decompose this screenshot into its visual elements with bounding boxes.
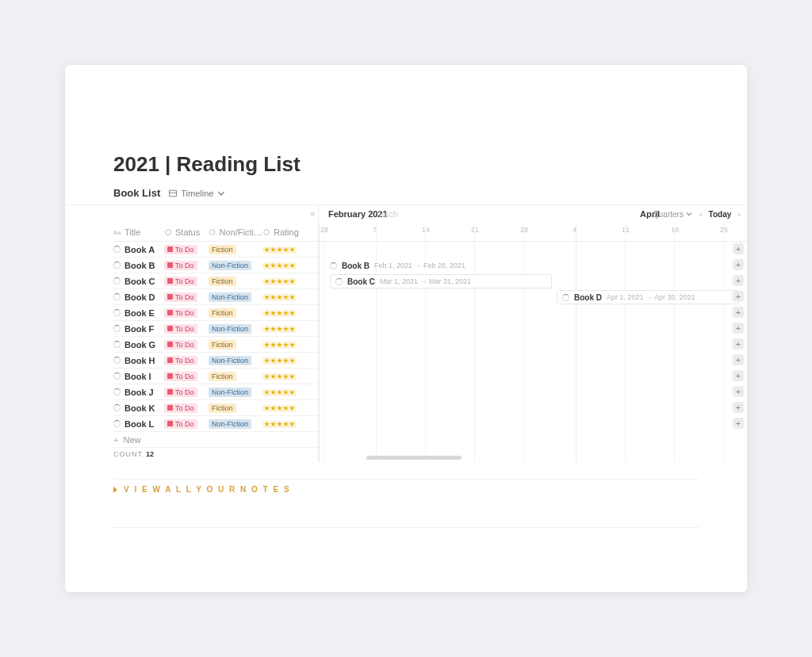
genre-tag: Fiction: [209, 372, 236, 381]
genre-tag: Fiction: [209, 308, 236, 318]
cell-title[interactable]: Book C: [113, 277, 164, 286]
timeline-add-button[interactable]: +: [733, 370, 744, 381]
cell-genre[interactable]: Fiction: [209, 244, 262, 254]
cell-rating[interactable]: [262, 308, 310, 318]
timeline-add-button[interactable]: +: [733, 275, 744, 286]
cell-status[interactable]: To Do: [164, 387, 209, 397]
book-icon: [167, 246, 173, 252]
table-row[interactable]: Book ATo DoFiction: [113, 242, 318, 258]
timeline-day-label: 18: [671, 226, 679, 234]
view-notes-toggle[interactable]: V I E W A L L Y O U R N O T E S: [113, 485, 699, 505]
column-header-title[interactable]: Aa Title: [113, 227, 164, 237]
cell-status[interactable]: To Do: [164, 355, 209, 365]
cell-rating[interactable]: [262, 388, 310, 397]
cell-status[interactable]: To Do: [164, 307, 209, 318]
table-row[interactable]: Book JTo DoNon-Fiction: [113, 384, 318, 400]
timeline-add-button[interactable]: +: [733, 386, 744, 397]
cell-status[interactable]: To Do: [164, 403, 209, 413]
scale-selector[interactable]: Quarters: [653, 210, 693, 219]
cell-rating[interactable]: [262, 292, 310, 302]
view-selector[interactable]: Timeline: [168, 189, 226, 198]
cell-title[interactable]: Book E: [113, 308, 164, 318]
cell-genre[interactable]: Non-Fiction: [209, 260, 262, 270]
genre-tag: Fiction: [209, 277, 236, 286]
cell-genre[interactable]: Non-Fiction: [209, 292, 262, 302]
cell-title[interactable]: Book F: [113, 324, 164, 334]
cell-rating[interactable]: [262, 372, 310, 381]
table-row[interactable]: Book HTo DoNon-Fiction: [113, 353, 318, 369]
cell-genre[interactable]: Fiction: [209, 339, 262, 350]
cell-genre[interactable]: Fiction: [209, 403, 262, 413]
timeline-add-button[interactable]: +: [733, 323, 744, 334]
cell-title[interactable]: Book K: [113, 403, 164, 413]
divider: [113, 479, 699, 479]
cell-status[interactable]: To Do: [164, 418, 209, 429]
timeline-day-label: 25: [720, 226, 728, 234]
cell-rating[interactable]: [262, 356, 310, 365]
timeline-add-button[interactable]: +: [733, 291, 744, 302]
table-row[interactable]: Book GTo DoFiction: [113, 337, 318, 353]
cell-genre[interactable]: Non-Fiction: [209, 355, 262, 365]
cell-title[interactable]: Book B: [113, 261, 164, 270]
collapse-table-button[interactable]: «: [310, 208, 315, 218]
timeline-add-button[interactable]: +: [733, 259, 744, 270]
cell-rating[interactable]: [262, 419, 310, 429]
timeline-grid[interactable]: Book BFeb 1, 2021 → Feb 28, 2021Book CMa…: [319, 242, 747, 462]
cell-status[interactable]: To Do: [164, 339, 209, 350]
new-row-button[interactable]: +New: [113, 432, 318, 448]
cell-title[interactable]: Book G: [113, 340, 164, 350]
cell-genre[interactable]: Fiction: [209, 276, 262, 286]
timeline-add-button[interactable]: +: [733, 354, 744, 365]
cell-status[interactable]: To Do: [164, 371, 209, 381]
timeline-bar[interactable]: Book BFeb 1, 2021 → Feb 28, 2021: [330, 258, 528, 273]
cell-title[interactable]: Book J: [113, 388, 164, 397]
cell-rating[interactable]: [262, 340, 310, 350]
cell-title[interactable]: Book H: [113, 356, 164, 365]
timeline-add-button[interactable]: +: [733, 243, 744, 254]
cell-genre[interactable]: Fiction: [209, 307, 262, 318]
database-title[interactable]: Book List: [113, 187, 160, 199]
timeline-bar[interactable]: Book DApr 1, 2021 → Apr 30, 2021: [557, 290, 739, 304]
cell-rating[interactable]: [262, 261, 310, 270]
horizontal-scrollbar[interactable]: [366, 456, 462, 460]
table-row[interactable]: Book ITo DoFiction: [113, 369, 318, 384]
cell-status[interactable]: To Do: [164, 276, 209, 286]
timeline-today-button[interactable]: Today: [709, 210, 732, 219]
table-row[interactable]: Book CTo DoFiction: [113, 273, 318, 289]
cell-rating[interactable]: [262, 277, 310, 286]
timeline-add-button[interactable]: +: [733, 418, 744, 429]
cell-title[interactable]: Book I: [113, 372, 164, 381]
timeline-next-button[interactable]: ›: [737, 209, 741, 219]
svg-point-5: [264, 229, 270, 235]
timeline-bar[interactable]: Book CMar 1, 2021 → Mar 31, 2021: [330, 274, 552, 288]
timeline-add-button[interactable]: +: [733, 307, 744, 318]
table-row[interactable]: Book FTo DoNon-Fiction: [113, 321, 318, 337]
timeline-gridline: [324, 223, 324, 462]
cell-rating[interactable]: [262, 403, 310, 413]
cell-rating[interactable]: [262, 324, 310, 334]
column-header-status[interactable]: Status: [164, 227, 209, 237]
cell-genre[interactable]: Fiction: [209, 371, 262, 381]
cell-title[interactable]: Book A: [113, 245, 164, 254]
cell-genre[interactable]: Non-Fiction: [209, 418, 262, 429]
cell-status[interactable]: To Do: [164, 292, 209, 302]
column-header-rating[interactable]: Rating: [262, 227, 310, 237]
table-row[interactable]: Book DTo DoNon-Fiction: [113, 289, 318, 305]
table-row[interactable]: Book BTo DoNon-Fiction: [113, 258, 318, 273]
timeline-add-button[interactable]: +: [733, 402, 744, 413]
cell-status[interactable]: To Do: [164, 323, 209, 334]
table-row[interactable]: Book LTo DoNon-Fiction: [113, 416, 318, 432]
status-tag: To Do: [164, 356, 197, 365]
cell-genre[interactable]: Non-Fiction: [209, 387, 262, 397]
cell-rating[interactable]: [262, 245, 310, 254]
cell-status[interactable]: To Do: [164, 244, 209, 254]
table-row[interactable]: Book KTo DoFiction: [113, 400, 318, 416]
timeline-prev-button[interactable]: ‹: [699, 209, 703, 219]
timeline-add-button[interactable]: +: [733, 338, 744, 350]
cell-genre[interactable]: Non-Fiction: [209, 323, 262, 334]
cell-status[interactable]: To Do: [164, 260, 209, 270]
table-row[interactable]: Book ETo DoFiction: [113, 305, 318, 321]
cell-title[interactable]: Book D: [113, 292, 164, 302]
column-header-nonfic[interactable]: Non/Ficti…: [209, 227, 262, 237]
cell-title[interactable]: Book L: [113, 419, 164, 429]
